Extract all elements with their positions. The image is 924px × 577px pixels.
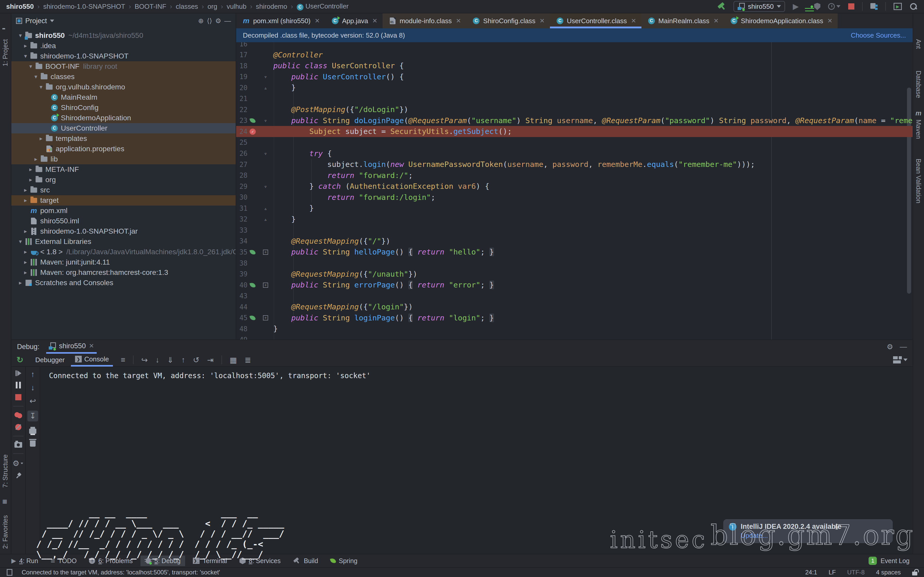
line-number[interactable]: 22 xyxy=(236,106,247,114)
tree-row[interactable]: ▾shirodemo-1.0-SNAPSHOT xyxy=(11,51,236,61)
coverage-button[interactable] xyxy=(814,3,821,10)
locate-file-icon[interactable]: ⊕ xyxy=(198,17,204,25)
line-number[interactable]: 24 xyxy=(236,128,247,135)
breadcrumb-item[interactable]: CUserController xyxy=(297,2,349,11)
line-number[interactable]: 43 xyxy=(236,292,247,300)
toolwindow-button-services[interactable]: 8: Services xyxy=(235,556,285,566)
tree-row[interactable]: shiro550.iml xyxy=(11,216,236,226)
indent-setting[interactable]: 4 spaces xyxy=(876,569,901,576)
stop-button[interactable] xyxy=(848,3,855,10)
debug-settings-button[interactable]: ⚙ xyxy=(13,459,24,467)
fold-marker[interactable]: + xyxy=(258,282,273,288)
fold-marker[interactable]: ▵ xyxy=(258,85,273,91)
line-number[interactable]: 40 xyxy=(236,281,247,289)
settings-list-icon[interactable]: ≣ xyxy=(245,356,251,364)
print-icon[interactable] xyxy=(29,429,36,434)
tree-chevron-icon[interactable]: ▸ xyxy=(22,269,29,276)
close-icon[interactable]: ✕ xyxy=(456,17,461,24)
fold-marker[interactable]: ▵ xyxy=(258,216,273,222)
tree-row[interactable]: ▸Maven: org.hamcrest:hamcrest-core:1.3 xyxy=(11,268,236,278)
spring-mapping-icon[interactable] xyxy=(247,282,258,288)
thread-dump-icon[interactable] xyxy=(15,442,22,448)
update-link[interactable]: Update... xyxy=(741,532,768,540)
soft-wrap-icon[interactable]: ↩ xyxy=(29,397,36,405)
tree-row[interactable]: ▸src xyxy=(11,185,236,195)
update-notification[interactable]: i IntelliJ IDEA 2020.2.4 available Updat… xyxy=(724,519,893,543)
step-over-icon[interactable]: ↪ xyxy=(141,356,148,364)
scroll-to-end-icon[interactable]: ↧ xyxy=(27,411,38,421)
tool-stripe-favorites[interactable]: 2: Favorites xyxy=(2,515,9,549)
editor-tab[interactable]: CMainRealm.class✕ xyxy=(641,13,724,28)
line-ending[interactable]: LF xyxy=(829,569,836,576)
tree-chevron-icon[interactable]: ▾ xyxy=(32,73,39,80)
line-number[interactable]: 23 xyxy=(236,117,247,124)
event-log-button[interactable]: 1Event Log xyxy=(869,557,917,565)
line-number[interactable]: 39 xyxy=(236,270,247,278)
close-icon[interactable]: ✕ xyxy=(540,17,545,24)
fold-marker[interactable]: + xyxy=(258,315,273,321)
line-number[interactable]: 48 xyxy=(236,325,247,333)
toolwindow-button-problems[interactable]: !6: Problems xyxy=(84,556,137,566)
hide-panel-icon[interactable]: — xyxy=(900,343,907,351)
breadcrumb-item[interactable]: shirodemo xyxy=(256,3,287,11)
project-view-title[interactable]: Project xyxy=(25,17,47,25)
breadcrumb-item[interactable]: shirodemo-1.0-SNAPSHOT xyxy=(43,3,125,11)
resume-button[interactable] xyxy=(16,371,21,376)
tree-row[interactable]: CShiroConfig xyxy=(11,103,236,113)
tree-chevron-icon[interactable]: ▾ xyxy=(22,53,29,60)
spring-mapping-icon[interactable] xyxy=(247,315,258,321)
tool-stripe-ant[interactable]: Ant xyxy=(915,39,922,49)
gear-icon[interactable]: ⚙ xyxy=(215,17,221,25)
spring-mapping-icon[interactable] xyxy=(247,250,258,255)
tree-row[interactable]: ▸.idea xyxy=(11,41,236,51)
lock-icon[interactable] xyxy=(912,572,917,575)
tree-chevron-icon[interactable]: ▸ xyxy=(38,135,44,142)
code-editor[interactable]: 1617@Controller18public class UserContro… xyxy=(236,42,913,340)
tree-chevron-icon[interactable]: ▾ xyxy=(38,84,44,90)
gear-icon[interactable]: ⚙ xyxy=(887,343,893,351)
fold-marker[interactable]: ▿ xyxy=(258,184,273,190)
project-structure-button[interactable] xyxy=(871,3,877,10)
tree-chevron-icon[interactable]: ▾ xyxy=(17,32,24,39)
view-breakpoints-icon[interactable] xyxy=(15,412,22,418)
line-number[interactable]: 27 xyxy=(236,161,247,168)
editor-tab[interactable]: CApp.java✕ xyxy=(325,13,383,28)
line-number[interactable]: 29 xyxy=(236,183,247,190)
drop-frame-icon[interactable]: ↺ xyxy=(193,356,199,364)
tree-chevron-icon[interactable]: ▸ xyxy=(32,156,39,163)
tool-stripe-project[interactable]: 1: Project xyxy=(2,39,9,66)
tree-chevron-icon[interactable]: ▾ xyxy=(27,63,34,70)
tree-chevron-icon[interactable]: ▸ xyxy=(17,279,24,286)
fold-marker[interactable]: ▿ xyxy=(258,150,273,156)
toolwindow-button-todo[interactable]: ≡TODO xyxy=(46,555,81,566)
tree-chevron-icon[interactable]: ▸ xyxy=(22,248,29,255)
tree-chevron-icon[interactable]: ▸ xyxy=(22,42,29,49)
stop-button[interactable] xyxy=(15,394,21,400)
tree-chevron-icon[interactable]: ▸ xyxy=(22,187,29,193)
tree-row[interactable]: ▸lib xyxy=(11,154,236,164)
pin-tab-icon[interactable] xyxy=(15,473,21,479)
tree-row[interactable]: application.properties xyxy=(11,144,236,154)
run-to-cursor-icon[interactable]: ⇥ xyxy=(207,356,213,364)
tree-chevron-icon[interactable]: ▸ xyxy=(22,197,29,204)
close-icon[interactable]: ✕ xyxy=(372,17,378,24)
step-out-icon[interactable]: ↑ xyxy=(181,356,185,364)
clear-console-icon[interactable] xyxy=(30,440,36,446)
line-number[interactable]: 17 xyxy=(236,51,247,59)
run-button[interactable]: ▶ xyxy=(793,3,799,10)
close-icon[interactable]: ✕ xyxy=(89,342,94,350)
tree-row[interactable]: ▾External Libraries xyxy=(11,237,236,247)
line-number[interactable]: 26 xyxy=(236,150,247,157)
tree-row[interactable]: ▸templates xyxy=(11,134,236,144)
pause-button[interactable] xyxy=(16,382,21,388)
tree-row[interactable]: ▸Scratches and Consoles xyxy=(11,278,236,288)
run-config-selector[interactable]: shiro550 xyxy=(733,1,785,12)
tree-row[interactable]: ▸< 1.8 >/Library/Java/JavaVirtualMachine… xyxy=(11,247,236,257)
tool-stripe-structure[interactable]: 7: Structure xyxy=(2,455,9,488)
up-stack-icon[interactable]: ↑ xyxy=(31,371,35,378)
tree-row[interactable]: ▸shirodemo-1.0-SNAPSHOT.jar xyxy=(11,226,236,237)
line-number[interactable]: 19 xyxy=(236,73,247,81)
evaluate-expression-icon[interactable]: ▦ xyxy=(230,356,237,364)
hide-panel-icon[interactable]: — xyxy=(224,17,231,25)
line-number[interactable]: 45 xyxy=(236,314,247,322)
